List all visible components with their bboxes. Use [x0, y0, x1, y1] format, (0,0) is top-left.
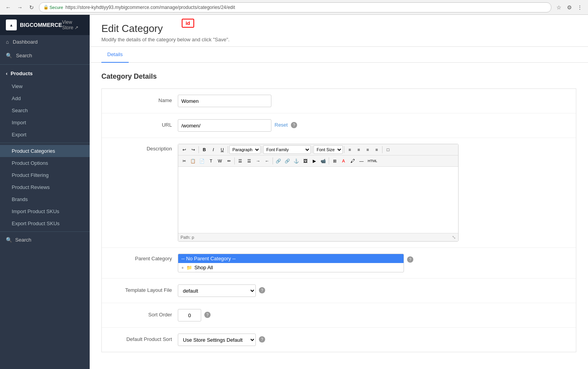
rte-redo-btn[interactable]: ↪ — [189, 145, 197, 154]
form-section: Name URL Reset ? Description — [101, 88, 576, 352]
sidebar-sub-add[interactable]: Add — [0, 92, 90, 104]
rte-outdent-btn[interactable]: ← — [263, 157, 271, 165]
url-input[interactable] — [178, 119, 271, 132]
rte-image-btn[interactable]: 🖼 — [301, 157, 310, 165]
address-bar[interactable]: 🔒 Secure https://store-kyhdtiyy93.mybigc… — [39, 2, 551, 12]
category-tree[interactable]: -- No Parent Category -- + 📁 Shop All — [178, 254, 404, 272]
sidebar-sub-export[interactable]: Export — [0, 129, 90, 141]
rte-fontcolor-btn[interactable]: A — [339, 157, 348, 165]
tree-item-no-parent[interactable]: -- No Parent Category -- — [178, 254, 404, 263]
reset-link[interactable]: Reset — [275, 119, 288, 128]
rte-anchor-btn[interactable]: ⚓ — [292, 157, 301, 165]
app-container: ▲ BIGCOMMERCE View Store ↗ ⌂ Dashboard 🔍… — [0, 15, 588, 369]
dashboard-label: Dashboard — [13, 39, 38, 45]
menu-icon[interactable]: ⋮ — [576, 3, 584, 12]
annotation-arrow-top: ↑ — [199, 15, 208, 16]
url-text: https://store-kyhdtiyy93.mybigcommerce.c… — [66, 5, 235, 10]
rte-highlight-btn[interactable]: ✏ — [225, 157, 233, 165]
extensions-icon[interactable]: ⚙ — [565, 3, 574, 12]
chevron-left-icon: ‹ — [6, 71, 7, 76]
rte-paste-word-btn[interactable]: W — [216, 157, 224, 165]
rte-font-size-dropdown[interactable]: Font Size 89101112 — [313, 145, 343, 154]
rte-align-center-btn[interactable]: ≡ — [354, 145, 363, 154]
sort-order-input[interactable] — [178, 309, 201, 321]
rte-bgcolor-btn[interactable]: 🖍 — [348, 157, 357, 165]
rte-ol-btn[interactable]: ☰ — [245, 157, 253, 165]
rte-hr-btn[interactable]: — — [357, 157, 366, 165]
parent-category-field: -- No Parent Category -- + 📁 Shop All ? — [178, 254, 568, 272]
rte-separator3 — [262, 146, 262, 153]
sidebar-item-export-skus[interactable]: Export Product SKUs — [0, 217, 90, 230]
sort-order-field: ? — [178, 309, 568, 321]
default-sort-select[interactable]: Use Store Settings Default Featured Newe… — [178, 334, 256, 346]
form-row-template: Template Layout File default ? — [102, 279, 576, 303]
rte-link-btn[interactable]: 🔗 — [274, 157, 283, 165]
search-label: Search — [16, 53, 32, 58]
sidebar-section-products[interactable]: ‹ Products — [0, 67, 90, 80]
rte-unlink-btn[interactable]: 🔗 — [283, 157, 292, 165]
rte-align-left-btn[interactable]: ≡ — [345, 145, 354, 154]
sidebar-item-dashboard[interactable]: ⌂ Dashboard — [0, 35, 90, 49]
tab-details[interactable]: Details — [101, 47, 129, 63]
rte-align-justify-btn[interactable]: ≡ — [372, 145, 381, 154]
home-icon: ⌂ — [6, 39, 9, 45]
sidebar-logo: ▲ BIGCOMMERCE — [6, 19, 62, 30]
expand-icon: + — [181, 265, 184, 270]
rte-cut-btn[interactable]: ✂ — [180, 157, 188, 165]
logo-icon: ▲ — [6, 19, 17, 30]
url-label: URL — [110, 119, 172, 128]
shop-all-label: Shop All — [194, 265, 213, 270]
rte-path-text: Path: p — [181, 235, 194, 240]
rte-bold-btn[interactable]: B — [200, 145, 209, 154]
rte-align-right-btn[interactable]: ≡ — [363, 145, 372, 154]
rte-resize-handle[interactable]: ⤡ — [452, 235, 456, 240]
rte-italic-btn[interactable]: I — [209, 145, 218, 154]
sidebar-sub-import[interactable]: Import — [0, 117, 90, 129]
form-row-sort-order: Sort Order ? — [102, 303, 576, 328]
forward-button[interactable]: → — [16, 3, 24, 12]
rte-copy-btn[interactable]: 📋 — [189, 157, 197, 165]
sidebar-item-product-reviews[interactable]: Product Reviews — [0, 181, 90, 193]
template-select[interactable]: default — [178, 284, 256, 297]
parent-category-help-icon: ? — [407, 256, 413, 263]
default-sort-label: Default Product Sort — [110, 334, 172, 342]
rte-undo-btn[interactable]: ↩ — [180, 145, 188, 154]
rte-html-btn[interactable]: HTML — [366, 157, 379, 165]
sidebar-item-brands[interactable]: Brands — [0, 193, 90, 205]
name-input[interactable] — [178, 95, 271, 107]
sort-order-label: Sort Order — [110, 309, 172, 318]
view-store-link[interactable]: View Store ↗ — [62, 19, 84, 30]
rte-underline-btn[interactable]: U — [218, 145, 227, 154]
rte-body[interactable] — [178, 167, 458, 233]
tree-item-shop-all[interactable]: + 📁 Shop All — [178, 263, 404, 272]
rte-font-family-dropdown[interactable]: Font Family Arial Times New Roman — [263, 145, 311, 154]
secure-badge: 🔒 Secure — [43, 5, 63, 10]
rte-video-btn[interactable]: 📹 — [319, 157, 328, 165]
bookmark-star-icon[interactable]: ☆ — [554, 3, 563, 12]
sidebar-header: ▲ BIGCOMMERCE View Store ↗ — [0, 15, 90, 35]
sidebar-item-product-options[interactable]: Product Options — [0, 157, 90, 169]
rte-separator7 — [234, 157, 235, 164]
sidebar-item-product-filtering[interactable]: Product Filtering — [0, 169, 90, 181]
rte-indent-btn[interactable]: → — [254, 157, 262, 165]
sidebar-sub-view[interactable]: View — [0, 80, 90, 92]
sidebar-bottom-search[interactable]: 🔍 Search — [0, 234, 90, 246]
sidebar-item-product-categories[interactable]: Product Categories — [0, 145, 90, 157]
rte-ul-btn[interactable]: ☰ — [236, 157, 244, 165]
rte-separator5 — [344, 146, 344, 153]
rte-paste-btn[interactable]: 📄 — [198, 157, 206, 165]
rte-paragraph-dropdown[interactable]: Paragraph Heading 1 Heading 2 — [229, 145, 260, 154]
sidebar-item-import-skus[interactable]: Import Product SKUs — [0, 205, 90, 217]
rte-table-btn[interactable]: ⊞ — [330, 157, 339, 165]
form-container: Category Details Name URL Reset ? — [90, 63, 588, 362]
page-title: Edit Category — [101, 23, 163, 35]
rte-media-btn[interactable]: ▶ — [310, 157, 319, 165]
sidebar-item-search[interactable]: 🔍 Search — [0, 49, 90, 62]
rte-paste-text-btn[interactable]: T — [207, 157, 215, 165]
rte-format-btn[interactable]: □ — [384, 145, 392, 154]
sidebar-sub-search[interactable]: Search — [0, 104, 90, 117]
reload-button[interactable]: ↻ — [27, 3, 36, 12]
default-sort-field: Use Store Settings Default Featured Newe… — [178, 334, 568, 346]
rte-separator8 — [273, 157, 273, 164]
back-button[interactable]: ← — [4, 3, 12, 12]
